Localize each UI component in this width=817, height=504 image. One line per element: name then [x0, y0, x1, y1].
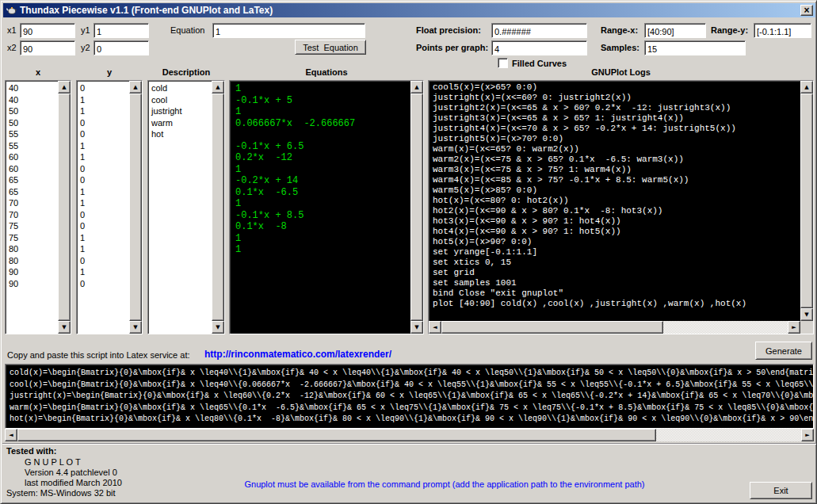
- logs-vertical-scrollbar[interactable]: ▲ ▼: [800, 81, 813, 321]
- gnuplot-path-note: Gnuplot must be available from the comma…: [199, 479, 690, 489]
- triangle-down-icon: ▼: [414, 324, 418, 330]
- x-list-scrollbar[interactable]: ▲ ▼: [58, 81, 71, 334]
- scroll-thumb[interactable]: [58, 94, 71, 321]
- scroll-thumb[interactable]: [410, 94, 423, 321]
- equations-text: 1 -0.1*x + 5 1 0.066667*x -2.666667 -0.1…: [230, 81, 423, 256]
- triangle-left-icon: ◄: [9, 432, 13, 438]
- y-listbox[interactable]: 0 1 1 0 0 1 1 0 0 1 1 0 0 1 1 0 1 0 ▲ ▼: [76, 80, 143, 334]
- exit-button[interactable]: Exit: [750, 482, 812, 499]
- triangle-down-icon: ▼: [133, 324, 137, 330]
- column-header-y: y: [76, 67, 143, 77]
- scroll-up-button[interactable]: ▲: [800, 81, 813, 94]
- points-per-graph-label: Points per graph:: [416, 43, 488, 52]
- scroll-down-button[interactable]: ▼: [800, 308, 813, 321]
- latex-caption: Copy and paste this script into Latex se…: [7, 350, 190, 360]
- titlebar: Thundax Piecewise v1.1 (Front-end GNUPlo…: [3, 3, 815, 17]
- triangle-up-icon: ▲: [62, 84, 66, 90]
- scroll-down-button[interactable]: ▼: [410, 321, 423, 334]
- equation-label: Equation: [170, 25, 204, 35]
- column-header-description: Description: [147, 67, 225, 77]
- app-window: Thundax Piecewise v1.1 (Front-end GNUPlo…: [0, 0, 817, 504]
- points-per-graph-input[interactable]: [491, 40, 587, 55]
- range-x-label: Range-x:: [601, 25, 638, 35]
- range-y-input[interactable]: [754, 23, 811, 38]
- window-title: Thundax Piecewise v1.1 (Front-end GNUPlo…: [20, 5, 797, 16]
- equation-input[interactable]: [212, 23, 365, 38]
- latex-output-text: cold(x)=\begin{Bmatrix}{0}&\mbox{if}& x …: [6, 365, 813, 426]
- y2-label: y2: [81, 43, 90, 52]
- triangle-up-icon: ▲: [216, 84, 220, 90]
- scroll-thumb[interactable]: [17, 429, 656, 441]
- gnuplot-logs-console[interactable]: cool5(x)=(x>65? 0:0) justright(x)=(x<=60…: [428, 80, 814, 334]
- x1-label: x1: [7, 25, 17, 35]
- gnuplot-logs-text: cool5(x)=(x>65? 0:0) justright(x)=(x<=60…: [429, 81, 804, 323]
- samples-input[interactable]: [644, 40, 746, 55]
- generate-button[interactable]: Generate: [755, 342, 812, 360]
- y2-input[interactable]: [94, 40, 149, 55]
- system-info-text: System: MS-Windows 32 bit: [6, 488, 116, 498]
- gnuplot-name-text: G N U P L O T: [25, 457, 81, 467]
- scroll-thumb[interactable]: [800, 94, 813, 308]
- scroll-down-button[interactable]: ▼: [212, 321, 224, 334]
- triangle-right-icon: ►: [805, 432, 809, 438]
- scroll-down-button[interactable]: ▼: [129, 321, 142, 334]
- float-precision-input[interactable]: [491, 23, 587, 38]
- app-icon: [6, 4, 17, 17]
- gnuplot-version-text: Version 4.4 patchlevel 0: [25, 468, 117, 477]
- equations-console[interactable]: 1 -0.1*x + 5 1 0.066667*x -2.666667 -0.1…: [229, 80, 424, 334]
- test-equation-button[interactable]: Test Equation: [295, 40, 366, 55]
- scroll-up-button[interactable]: ▲: [212, 81, 224, 94]
- triangle-left-icon: ◄: [433, 324, 437, 330]
- column-header-equations: Equations: [229, 67, 424, 77]
- triangle-up-icon: ▲: [414, 84, 418, 90]
- scroll-right-button[interactable]: ►: [788, 321, 800, 334]
- triangle-up-icon: ▲: [804, 84, 808, 90]
- scroll-left-button[interactable]: ◄: [429, 321, 441, 334]
- equations-scrollbar[interactable]: ▲ ▼: [410, 81, 423, 334]
- column-header-gnuplot-logs: GNUPlot Logs: [428, 67, 814, 77]
- logs-horizontal-scrollbar[interactable]: ◄ ►: [429, 321, 800, 334]
- triangle-right-icon: ►: [792, 324, 796, 330]
- x1-input[interactable]: [20, 23, 75, 38]
- close-button[interactable]: ×: [800, 5, 813, 16]
- latex-output-console[interactable]: cold(x)=\begin{Bmatrix}{0}&\mbox{if}& x …: [5, 364, 814, 429]
- latexrender-link[interactable]: http://rinconmatematico.com/latexrender/: [204, 349, 391, 360]
- range-y-label: Range-y:: [711, 25, 748, 35]
- x2-input[interactable]: [20, 40, 75, 55]
- tested-with-label: Tested with:: [6, 446, 56, 456]
- y1-label: y1: [81, 25, 90, 35]
- description-list-scrollbar[interactable]: ▲ ▼: [212, 81, 224, 334]
- scroll-up-button[interactable]: ▲: [129, 81, 142, 94]
- scrollbar-corner: [800, 321, 813, 334]
- x2-label: x2: [7, 43, 17, 52]
- x-listbox[interactable]: 40 40 50 50 55 55 60 60 65 65 70 70 75 7…: [5, 80, 71, 334]
- y-list-scrollbar[interactable]: ▲ ▼: [129, 81, 142, 334]
- footer-separator: [2, 443, 816, 445]
- range-x-input[interactable]: [644, 23, 706, 38]
- triangle-down-icon: ▼: [804, 311, 808, 318]
- scroll-up-button[interactable]: ▲: [410, 81, 423, 94]
- description-listbox[interactable]: cold cool justright warm hot ▲ ▼: [147, 80, 225, 334]
- scroll-right-button[interactable]: ►: [801, 429, 814, 441]
- column-header-x: x: [5, 67, 71, 77]
- float-precision-label: Float precision:: [416, 25, 481, 35]
- scroll-thumb[interactable]: [212, 94, 224, 321]
- triangle-down-icon: ▼: [62, 324, 66, 330]
- scroll-left-button[interactable]: ◄: [5, 429, 17, 441]
- latex-horizontal-scrollbar[interactable]: ◄ ►: [5, 429, 814, 441]
- scroll-thumb[interactable]: [129, 94, 142, 321]
- gnuplot-modified-text: last modified March 2010: [25, 478, 122, 487]
- scroll-thumb[interactable]: [441, 321, 663, 334]
- triangle-up-icon: ▲: [133, 84, 137, 90]
- triangle-down-icon: ▼: [216, 324, 220, 330]
- y1-input[interactable]: [94, 23, 149, 38]
- samples-label: Samples:: [601, 43, 639, 52]
- scroll-down-button[interactable]: ▼: [58, 321, 71, 334]
- scroll-up-button[interactable]: ▲: [58, 81, 71, 94]
